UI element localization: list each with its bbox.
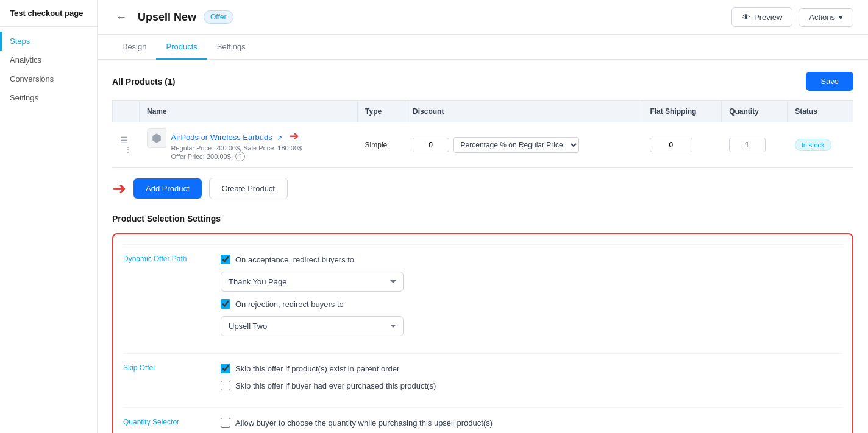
settings-outlined-box: Dynamic Offer Path On acceptance, redire… [112, 233, 853, 433]
discount-type-select[interactable]: Percentage % on Regular Price Fixed Amou… [453, 137, 579, 153]
skip-offer-row-1: Skip this offer if product(s) exist in p… [221, 364, 842, 373]
sidebar-item-analytics[interactable]: Analytics [0, 51, 97, 69]
col-discount: Discount [405, 101, 642, 122]
content-area: All Products (1) Save Name Type Discount… [98, 60, 868, 433]
quantity-selector-content: Allow buyer to choose the quantity while… [221, 407, 842, 433]
dynamic-offer-path-content: On acceptance, redirect buyers to Thank … [221, 244, 842, 353]
col-quantity: Quantity [722, 101, 788, 122]
sidebar: Test checkout page Steps Analytics Conve… [0, 0, 98, 433]
header-left: ← Upsell New Offer [112, 10, 233, 25]
acceptance-dropdown[interactable]: Thank You Page Upsell Two Next Step [221, 272, 404, 292]
product-type-cell: Simple [358, 122, 405, 168]
sidebar-item-settings[interactable]: Settings [0, 88, 97, 107]
actions-button[interactable]: Actions ▾ [799, 8, 853, 27]
add-product-button[interactable]: Add Product [133, 178, 202, 199]
rejection-dropdown[interactable]: Thank You Page Upsell Two Next Step [221, 316, 404, 336]
save-button[interactable]: Save [806, 72, 853, 91]
offer-badge: Offer [204, 10, 233, 24]
settings-grid: Dynamic Offer Path On acceptance, redire… [123, 244, 842, 433]
skip-offer-checkbox-1[interactable] [221, 364, 230, 373]
rejection-checkbox-row: On rejection, redirect buyers to [221, 299, 842, 309]
product-name-link[interactable]: AirPods or Wireless Earbuds [171, 133, 272, 142]
main-content: ← Upsell New Offer 👁 Preview Actions ▾ D… [98, 0, 868, 433]
top-header: ← Upsell New Offer 👁 Preview Actions ▾ [98, 0, 868, 35]
products-section-header: All Products (1) Save [112, 72, 853, 91]
quantity-selector-option-label[interactable]: Allow buyer to choose the quantity while… [235, 418, 493, 428]
skip-offer-label: Skip Offer [123, 353, 221, 407]
drag-handle-icon[interactable]: ☰ [120, 135, 128, 145]
quantity-selector-checkbox[interactable] [221, 418, 230, 428]
preview-button[interactable]: 👁 Preview [731, 7, 792, 27]
products-section-title: All Products (1) [112, 77, 175, 86]
flat-shipping-cell [642, 122, 722, 168]
tabs-bar: Design Products Settings [98, 35, 868, 60]
tab-settings[interactable]: Settings [207, 35, 255, 60]
on-rejection-label[interactable]: On rejection, redirect buyers to [235, 300, 344, 309]
product-discount-cell: Percentage % on Regular Price Fixed Amou… [405, 122, 642, 168]
col-drag [113, 101, 140, 122]
status-cell: In stock [788, 122, 853, 168]
eye-icon: 👁 [742, 12, 750, 22]
back-button[interactable]: ← [112, 10, 130, 25]
skip-offer-label-1[interactable]: Skip this offer if product(s) exist in p… [235, 364, 399, 373]
more-options-icon[interactable]: ⋮ [124, 145, 132, 155]
quantity-cell [722, 122, 788, 168]
quantity-selector-row: Allow buyer to choose the quantity while… [221, 418, 842, 428]
settings-section-title: Product Selection Settings [112, 214, 853, 224]
skip-offer-label-2[interactable]: Skip this offer if buyer had ever purcha… [235, 381, 436, 390]
col-type: Type [358, 101, 405, 122]
quantity-input[interactable] [729, 138, 766, 152]
skip-offer-checkbox-2[interactable] [221, 381, 230, 390]
page-title: Upsell New [138, 11, 196, 24]
quantity-selector-label: Quantity Selector [123, 407, 221, 433]
tab-products[interactable]: Products [156, 35, 207, 60]
sidebar-nav: Steps Analytics Conversions Settings [0, 27, 97, 112]
products-table: Name Type Discount Flat Shipping Quantit… [112, 100, 853, 168]
product-offer-price: Offer Price: 200.00$ ? [171, 152, 302, 161]
col-flat-shipping: Flat Shipping [642, 101, 722, 122]
annotation-arrow-1: ➜ [289, 129, 299, 143]
skip-offer-content: Skip this offer if product(s) exist in p… [221, 353, 842, 407]
product-name-cell: AirPods or Wireless Earbuds ↗ ➜ Regular … [140, 122, 358, 168]
create-product-button[interactable]: Create Product [209, 178, 288, 199]
sidebar-title: Test checkout page [0, 0, 97, 27]
drag-cell: ☰ ⋮ [113, 122, 140, 168]
col-name: Name [140, 101, 358, 122]
product-prices: Regular Price: 200.00$, Sale Price: 180.… [171, 144, 302, 152]
help-icon[interactable]: ? [235, 152, 245, 161]
dynamic-offer-path-label: Dynamic Offer Path [123, 244, 221, 353]
discount-value-input[interactable] [413, 138, 449, 152]
table-row: ☰ ⋮ AirPods or Wireless Earbuds [113, 122, 853, 168]
on-acceptance-checkbox[interactable] [221, 255, 230, 264]
chevron-down-icon: ▾ [839, 13, 843, 22]
status-badge: In stock [795, 139, 831, 151]
on-rejection-checkbox[interactable] [221, 299, 230, 309]
header-actions: 👁 Preview Actions ▾ [731, 7, 853, 27]
product-thumbnail [147, 128, 166, 148]
col-status: Status [788, 101, 853, 122]
annotation-arrow-2: ➜ [112, 178, 126, 199]
acceptance-checkbox-row: On acceptance, redirect buyers to [221, 255, 842, 264]
external-link-icon: ↗ [277, 134, 282, 141]
tab-design[interactable]: Design [112, 35, 156, 60]
flat-shipping-input[interactable] [650, 138, 692, 152]
sidebar-item-conversions[interactable]: Conversions [0, 69, 97, 88]
on-acceptance-label[interactable]: On acceptance, redirect buyers to [235, 255, 354, 264]
skip-offer-row-2: Skip this offer if buyer had ever purcha… [221, 381, 842, 390]
sidebar-item-steps[interactable]: Steps [0, 32, 97, 51]
product-selection-settings: Product Selection Settings Dynamic Offer… [112, 214, 853, 433]
